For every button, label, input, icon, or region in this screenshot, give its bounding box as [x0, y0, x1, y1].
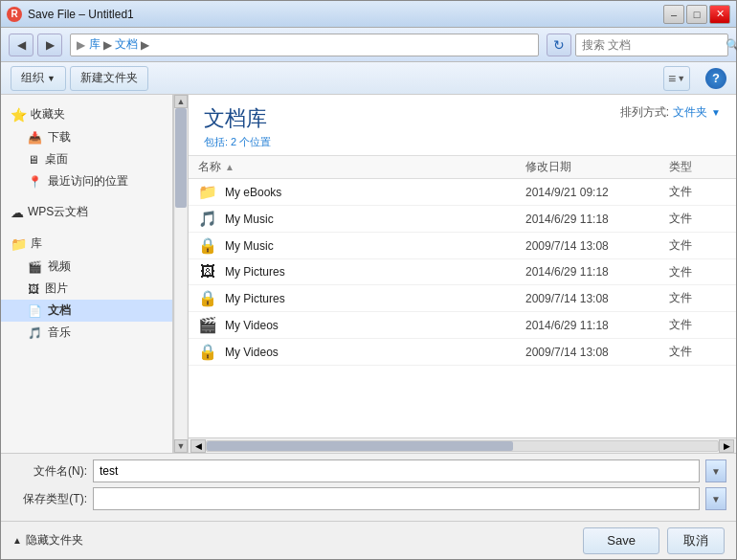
name-sort-icon: ▲	[225, 162, 234, 172]
filename-input[interactable]	[93, 459, 700, 482]
filetype-row: 保存类型(T): ▼	[11, 487, 726, 510]
cancel-button[interactable]: 取消	[667, 527, 725, 554]
search-icon: 🔍	[726, 38, 737, 52]
filetype-dropdown-button[interactable]: ▼	[705, 487, 726, 510]
h-scroll-thumb	[207, 441, 513, 451]
sort-dropdown-icon[interactable]: ▼	[711, 107, 721, 118]
search-input[interactable]	[582, 38, 726, 52]
library-icon: 📁	[11, 236, 27, 252]
file-type-5: 文件	[669, 317, 726, 333]
sidebar-item-favorites[interactable]: ⭐ 收藏夹	[1, 102, 172, 126]
sort-value-button[interactable]: 文件夹	[673, 104, 707, 121]
sidebar-item-documents[interactable]: 📄 文档	[1, 300, 172, 322]
scroll-up-arrow[interactable]: ▲	[174, 95, 188, 108]
file-date-1: 2014/6/29 11:18	[525, 213, 669, 226]
music-label: 音乐	[48, 325, 71, 341]
scroll-track[interactable]	[175, 108, 187, 439]
file-name-4: My Pictures	[225, 292, 525, 305]
file-type-1: 文件	[669, 211, 726, 227]
refresh-button[interactable]: ↻	[547, 34, 571, 56]
filename-dropdown-button[interactable]: ▼	[705, 459, 726, 482]
file-date-0: 2014/9/21 09:12	[525, 186, 669, 199]
col-name-header[interactable]: 名称 ▲	[198, 159, 525, 175]
table-row[interactable]: 🔒 My Pictures 2009/7/14 13:08 文件	[189, 285, 736, 312]
breadcrumb-lib[interactable]: 库	[89, 36, 100, 53]
h-scroll-right[interactable]: ▶	[719, 439, 734, 453]
table-row[interactable]: 📁 My eBooks 2014/9/21 09:12 文件	[189, 179, 736, 206]
videos-icon: 🎬	[28, 260, 42, 274]
col-type-header[interactable]: 类型	[669, 159, 726, 175]
help-button[interactable]: ?	[705, 68, 726, 89]
music-icon: 🎵	[28, 326, 42, 340]
view-button[interactable]: ≡ ▼	[663, 66, 690, 91]
breadcrumb-docs[interactable]: 文档	[115, 36, 138, 53]
recent-icon: 📍	[28, 175, 42, 189]
sidebar-scrollbar[interactable]: ▲ ▼	[173, 95, 189, 453]
footer-bar: ▲ 隐藏文件夹 Save 取消	[1, 521, 736, 559]
maximize-button[interactable]: □	[686, 5, 707, 24]
filetype-input[interactable]	[93, 487, 700, 510]
file-date-4: 2009/7/14 13:08	[525, 292, 669, 305]
table-row[interactable]: 🔒 My Music 2009/7/14 13:08 文件	[189, 233, 736, 259]
sidebar-item-desktop[interactable]: 🖥 桌面	[1, 148, 172, 170]
table-row[interactable]: 🖼 My Pictures 2014/6/29 11:18 文件	[189, 259, 736, 285]
back-button[interactable]: ◀	[9, 34, 34, 56]
bottom-bar: 文件名(N): ▼ 保存类型(T): ▼	[1, 453, 736, 521]
hidden-folder-label: 隐藏文件夹	[26, 532, 83, 549]
breadcrumb-arrow: ▶	[103, 38, 112, 52]
sidebar-item-videos[interactable]: 🎬 视频	[1, 256, 172, 278]
table-row[interactable]: 🎵 My Music 2014/6/29 11:18 文件	[189, 206, 736, 233]
videos-label: 视频	[48, 258, 71, 275]
sidebar-item-downloads[interactable]: 📥 下载	[1, 126, 172, 148]
library-header: 文档库 包括: 2 个位置 排列方式: 文件夹 ▼	[189, 95, 736, 156]
organize-label: 组织	[21, 70, 44, 86]
hidden-folder-toggle[interactable]: ▲ 隐藏文件夹	[12, 532, 83, 549]
sidebar-item-music[interactable]: 🎵 音乐	[1, 322, 172, 344]
col-date-header[interactable]: 修改日期	[525, 159, 669, 175]
file-date-5: 2014/6/29 11:18	[525, 319, 669, 332]
search-bar: 🔍	[575, 34, 728, 56]
file-name-1: My Music	[225, 213, 525, 226]
file-icon-3: 🖼	[198, 263, 217, 280]
save-button[interactable]: Save	[583, 527, 659, 554]
file-type-0: 文件	[669, 184, 726, 200]
close-button[interactable]: ✕	[709, 5, 730, 24]
new-folder-button[interactable]: 新建文件夹	[70, 66, 148, 91]
chevron-down-icon: ▲	[12, 535, 22, 546]
desktop-icon: 🖥	[28, 153, 39, 167]
library-subtitle: 包括: 2 个位置	[204, 135, 271, 149]
sidebar-item-recent[interactable]: 📍 最近访问的位置	[1, 170, 172, 192]
horizontal-scrollbar[interactable]: ◀ ▶	[189, 437, 736, 453]
breadcrumb-separator: ▶	[77, 38, 85, 52]
table-row[interactable]: 🎬 My Videos 2014/6/29 11:18 文件	[189, 312, 736, 339]
documents-icon: 📄	[28, 304, 42, 318]
file-type-3: 文件	[669, 264, 726, 280]
scroll-down-arrow[interactable]: ▼	[174, 439, 188, 453]
breadcrumb[interactable]: ▶ 库 ▶ 文档 ▶	[70, 34, 539, 56]
toolbar: ◀ ▶ ▶ 库 ▶ 文档 ▶ ↻ 🔍	[1, 28, 736, 62]
help-icon: ?	[712, 71, 720, 85]
minimize-button[interactable]: –	[663, 5, 684, 24]
sidebar-item-library[interactable]: 📁 库	[1, 232, 172, 256]
h-scroll-left[interactable]: ◀	[190, 439, 206, 453]
column-headers: 名称 ▲ 修改日期 类型	[189, 156, 736, 179]
action-bar: 组织 ▼ 新建文件夹 ≡ ▼ ?	[1, 62, 736, 95]
h-scroll-track[interactable]	[206, 440, 719, 452]
library-label: 库	[31, 235, 42, 252]
sidebar-item-pictures[interactable]: 🖼 图片	[1, 278, 172, 300]
sidebar-item-wps-cloud[interactable]: ☁ WPS云文档	[1, 200, 172, 224]
organize-button[interactable]: 组织 ▼	[11, 66, 66, 91]
forward-button[interactable]: ▶	[37, 34, 62, 56]
file-name-2: My Music	[225, 239, 525, 253]
file-icon-5: 🎬	[198, 316, 217, 334]
table-row[interactable]: 🔒 My Videos 2009/7/14 13:08 文件	[189, 339, 736, 366]
file-icon-2: 🔒	[198, 236, 217, 255]
window-controls: – □ ✕	[663, 5, 730, 24]
window-title: Save File – Untitled1	[28, 8, 663, 21]
file-list: 📁 My eBooks 2014/9/21 09:12 文件 🎵 My Musi…	[189, 179, 736, 437]
scroll-thumb	[175, 108, 187, 208]
file-type-6: 文件	[669, 344, 726, 360]
file-name-6: My Videos	[225, 346, 525, 359]
downloads-icon: 📥	[28, 131, 42, 145]
title-bar: R Save File – Untitled1 – □ ✕	[1, 1, 736, 28]
